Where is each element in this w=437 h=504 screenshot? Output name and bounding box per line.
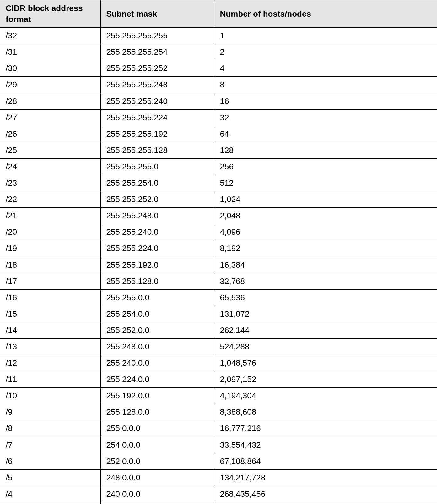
cell-mask: 255.255.240.0 <box>100 224 214 240</box>
cell-cidr: /8 <box>0 420 100 437</box>
cell-cidr: /19 <box>0 240 100 257</box>
table-row: /20255.255.240.04,096 <box>0 224 437 240</box>
cell-mask: 255.255.248.0 <box>100 208 214 224</box>
cell-hosts: 1,024 <box>214 191 437 208</box>
cell-mask: 255.224.0.0 <box>100 371 214 388</box>
header-cidr: CIDR block address format <box>0 0 100 28</box>
table-row: /28255.255.255.24016 <box>0 93 437 109</box>
cell-hosts: 2 <box>214 44 437 60</box>
cell-mask: 252.0.0.0 <box>100 453 214 469</box>
cell-cidr: /17 <box>0 273 100 289</box>
table-row: /5248.0.0.0134,217,728 <box>0 469 437 486</box>
cell-cidr: /6 <box>0 453 100 469</box>
cell-mask: 255.255.255.192 <box>100 126 214 142</box>
cell-mask: 255.255.255.0 <box>100 158 214 175</box>
cell-cidr: /5 <box>0 469 100 486</box>
cell-hosts: 16,384 <box>214 257 437 273</box>
table-row: /22255.255.252.01,024 <box>0 191 437 208</box>
table-row: /29255.255.255.2488 <box>0 77 437 93</box>
cell-cidr: /7 <box>0 437 100 453</box>
cell-hosts: 1,048,576 <box>214 355 437 371</box>
cell-hosts: 4,194,304 <box>214 388 437 404</box>
cell-hosts: 16 <box>214 93 437 109</box>
cell-cidr: /26 <box>0 126 100 142</box>
cell-mask: 255.255.255.224 <box>100 109 214 126</box>
cell-hosts: 67,108,864 <box>214 453 437 469</box>
cell-hosts: 2,097,152 <box>214 371 437 388</box>
cell-cidr: /21 <box>0 208 100 224</box>
table-row: /32255.255.255.2551 <box>0 28 437 44</box>
table-row: /4240.0.0.0268,435,456 <box>0 486 437 502</box>
cell-cidr: /25 <box>0 142 100 158</box>
cell-hosts: 128 <box>214 142 437 158</box>
cell-mask: 255.255.255.240 <box>100 93 214 109</box>
header-hosts: Number of hosts/nodes <box>214 0 437 28</box>
cell-mask: 224.0.0.0 <box>100 502 214 504</box>
cell-mask: 255.248.0.0 <box>100 338 214 355</box>
cell-mask: 255.255.255.248 <box>100 77 214 93</box>
cell-mask: 248.0.0.0 <box>100 469 214 486</box>
table-row: /16255.255.0.065,536 <box>0 289 437 306</box>
cell-hosts: 8 <box>214 77 437 93</box>
cell-cidr: /20 <box>0 224 100 240</box>
cidr-table: CIDR block address format Subnet mask Nu… <box>0 0 437 504</box>
cell-mask: 255.255.252.0 <box>100 191 214 208</box>
cell-cidr: /16 <box>0 289 100 306</box>
cell-mask: 254.0.0.0 <box>100 437 214 453</box>
table-row: /14255.252.0.0262,144 <box>0 322 437 338</box>
cell-mask: 255.255.0.0 <box>100 289 214 306</box>
table-row: /11255.224.0.02,097,152 <box>0 371 437 388</box>
table-row: /15255.254.0.0131,072 <box>0 306 437 322</box>
table-row: /23255.255.254.0512 <box>0 175 437 191</box>
cell-cidr: /11 <box>0 371 100 388</box>
cell-mask: 255.255.255.252 <box>100 60 214 77</box>
cell-hosts: 8,192 <box>214 240 437 257</box>
table-row: /27255.255.255.22432 <box>0 109 437 126</box>
cell-cidr: /18 <box>0 257 100 273</box>
cell-hosts: 524,288 <box>214 338 437 355</box>
cell-mask: 255.128.0.0 <box>100 404 214 420</box>
cell-mask: 255.255.255.255 <box>100 28 214 44</box>
cell-cidr: /4 <box>0 486 100 502</box>
cell-hosts: 4,096 <box>214 224 437 240</box>
cell-hosts: 65,536 <box>214 289 437 306</box>
table-row: /17255.255.128.032,768 <box>0 273 437 289</box>
header-mask: Subnet mask <box>100 0 214 28</box>
cell-hosts: 134,217,728 <box>214 469 437 486</box>
cell-cidr: /12 <box>0 355 100 371</box>
cell-hosts: 33,554,432 <box>214 437 437 453</box>
cell-mask: 255.0.0.0 <box>100 420 214 437</box>
table-body: /32255.255.255.2551/31255.255.255.2542/3… <box>0 28 437 504</box>
cell-hosts: 4 <box>214 60 437 77</box>
cell-cidr: /22 <box>0 191 100 208</box>
table-header-row: CIDR block address format Subnet mask Nu… <box>0 0 437 28</box>
cell-hosts: 2,048 <box>214 208 437 224</box>
cell-hosts: 8,388,608 <box>214 404 437 420</box>
table-row: /13255.248.0.0524,288 <box>0 338 437 355</box>
cell-mask: 255.255.255.254 <box>100 44 214 60</box>
table-row: /19255.255.224.08,192 <box>0 240 437 257</box>
cell-cidr: /23 <box>0 175 100 191</box>
cell-mask: 255.255.254.0 <box>100 175 214 191</box>
cell-mask: 255.254.0.0 <box>100 306 214 322</box>
cell-hosts: 512 <box>214 175 437 191</box>
cell-hosts: 256 <box>214 158 437 175</box>
table-row: /3224.0.0.0536,870,912 <box>0 502 437 504</box>
cell-cidr: /10 <box>0 388 100 404</box>
cell-cidr: /27 <box>0 109 100 126</box>
cell-mask: 240.0.0.0 <box>100 486 214 502</box>
cell-hosts: 131,072 <box>214 306 437 322</box>
cell-mask: 255.252.0.0 <box>100 322 214 338</box>
table-row: /10255.192.0.04,194,304 <box>0 388 437 404</box>
cell-hosts: 32,768 <box>214 273 437 289</box>
cell-hosts: 16,777,216 <box>214 420 437 437</box>
cell-hosts: 32 <box>214 109 437 126</box>
cell-cidr: /3 <box>0 502 100 504</box>
cell-hosts: 268,435,456 <box>214 486 437 502</box>
cell-cidr: /28 <box>0 93 100 109</box>
cell-hosts: 536,870,912 <box>214 502 437 504</box>
cell-mask: 255.255.128.0 <box>100 273 214 289</box>
cell-hosts: 64 <box>214 126 437 142</box>
cell-cidr: /14 <box>0 322 100 338</box>
table-row: /8255.0.0.016,777,216 <box>0 420 437 437</box>
